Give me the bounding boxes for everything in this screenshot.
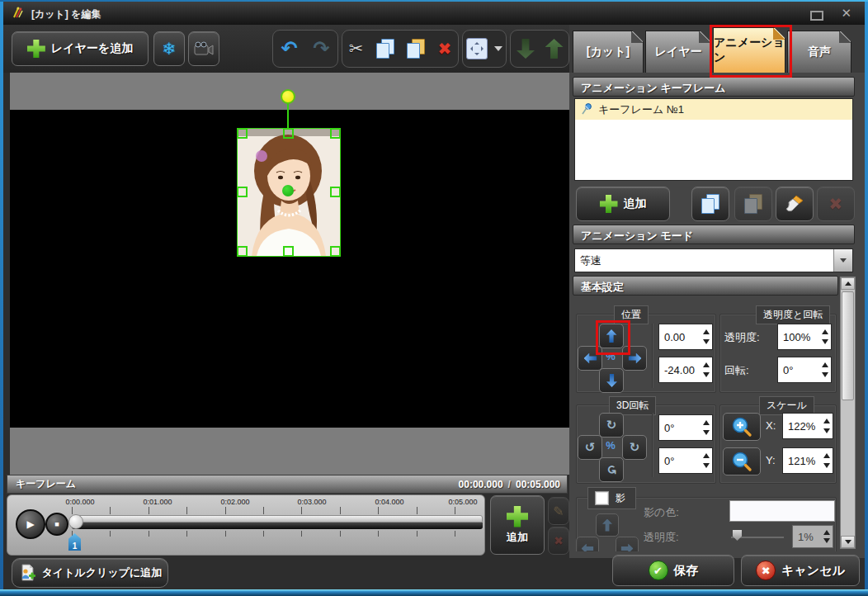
keyframe-add-button[interactable]: 追加 [576,187,670,221]
move-down-icon[interactable] [517,39,535,59]
cancel-button[interactable]: ✖ キャンセル [741,555,860,586]
fit-screen-icon[interactable] [466,38,488,59]
scroll-up-button[interactable] [841,277,855,290]
position-up-button[interactable] [599,324,624,348]
keyframe-marker-number: 1 [73,542,78,551]
scale-down-button[interactable] [723,447,761,475]
position-center-button[interactable]: % [603,348,618,367]
rotation-handle[interactable] [281,89,295,104]
position-x-spinner[interactable]: 0.00 [658,324,713,350]
brush-icon [785,194,804,214]
tab-audio[interactable]: 音声 [787,31,851,73]
undo-icon[interactable]: ↶ [281,37,297,60]
delete-icon[interactable]: ✖ [438,39,452,59]
handle-s[interactable] [283,246,294,257]
camera-icon [194,41,214,56]
rotate3d-top-button[interactable]: ↻ [599,413,624,438]
shadow-opacity-spinner[interactable]: 1% [792,525,833,548]
timeline-track-top[interactable] [72,515,483,523]
handle-se[interactable] [330,246,341,257]
timeline-delete-button[interactable]: ✖ [548,527,569,555]
fit-dropdown-caret[interactable] [494,46,502,51]
shadow-up-button[interactable] [596,513,619,537]
keyframe-paste-button[interactable] [734,187,772,221]
move-up-icon[interactable] [545,39,564,59]
handle-n[interactable] [283,128,294,139]
tab-cut[interactable]: [カット] [573,31,644,73]
panel-scrollbar[interactable] [840,277,856,549]
handle-e[interactable] [330,187,341,197]
time-separator: / [503,479,516,490]
close-icon[interactable]: ✕ [841,6,851,21]
tab-animation[interactable]: アニメーション [713,27,785,73]
scroll-thumb[interactable] [842,291,854,400]
rotation3d-y-spinner[interactable]: 0° [658,447,713,474]
mode-dropdown-value: 等速 [575,253,833,268]
center-anchor-dot[interactable] [282,185,294,196]
handle-sw[interactable] [237,246,248,257]
shadow-checkbox[interactable] [595,491,609,505]
plus-icon [600,195,618,213]
position-right-button[interactable] [622,346,647,371]
handle-nw[interactable] [237,128,248,139]
ruler-ticks-top [72,507,483,514]
redo-icon[interactable]: ↷ [313,37,329,60]
play-button[interactable]: ▶ [16,509,45,539]
rotate3d-bottom-button[interactable]: ↺ [599,457,624,482]
shadow-left-button[interactable] [576,537,599,551]
timeline-track-bottom[interactable] [72,523,483,529]
handle-ne[interactable] [330,128,341,139]
timeline-add-button[interactable]: 追加 [490,495,545,555]
stop-button[interactable]: ■ [45,513,68,536]
mode-dropdown[interactable]: 等速 [574,248,853,272]
ruler-ticks-bottom [72,531,483,537]
arrow-down-icon [606,374,617,387]
mode-dropdown-button[interactable] [833,249,852,272]
paste-icon[interactable] [407,39,425,59]
keyframe-copy-button[interactable] [691,187,729,221]
freeze-frame-button[interactable]: ❄ [153,31,185,66]
window-border-top [0,0,868,2]
position-y-spinner[interactable]: -24.00 [658,357,713,383]
add-title-clip-button[interactable]: タイトルクリップに追加 [12,558,168,588]
scroll-down-button[interactable] [841,536,855,548]
add-layer-button[interactable]: レイヤーを追加 [12,31,149,66]
opacity-label: 透明度: [724,330,760,345]
rotate3d-center-button[interactable]: % [603,438,618,456]
timeline-slider-handle[interactable] [68,514,83,529]
title-clip-icon [18,564,36,582]
maximize-icon[interactable] [810,11,823,21]
rotate3d-right-button[interactable]: ↻ [622,435,647,460]
opacity-rotation-group-label: 透明度と回転 [756,305,830,324]
rotation-spinner[interactable]: 0° [777,357,832,383]
tick-label: 0:04.000 [375,498,403,506]
position-left-button[interactable] [578,346,602,371]
arrow-left-icon [583,353,597,364]
copy-icon[interactable] [376,39,394,59]
tab-layer[interactable]: レイヤー [645,31,711,73]
cut-icon[interactable]: ✂ [349,39,364,59]
camera-button[interactable] [188,31,219,66]
scale-up-button[interactable] [723,413,761,441]
order-group [510,30,569,68]
scale-x-spinner[interactable]: 122% [782,413,833,439]
rotation3d-x-spinner[interactable]: 0° [658,414,713,441]
scale-y-spinner[interactable]: 121% [782,447,833,474]
shadow-right-button[interactable] [616,537,639,551]
opacity-spinner[interactable]: 100% [777,324,832,350]
position-down-button[interactable] [599,368,624,393]
keyframe-clear-button[interactable] [776,187,814,221]
animation-panel: アニメーション キーフレーム キーフレーム №1 追加 [569,73,865,558]
shadow-color-label: 影の色: [644,505,679,520]
save-label: 保存 [674,563,699,579]
keyframe-delete-button[interactable]: ✖ [817,187,855,221]
keyframe-list[interactable]: キーフレーム №1 [574,98,853,181]
add-title-clip-label: タイトルクリップに追加 [42,565,163,580]
handle-w[interactable] [237,187,248,197]
keyframe-row[interactable]: キーフレーム №1 [575,99,852,120]
rotate3d-left-button[interactable]: ↺ [578,435,602,460]
shadow-color-swatch[interactable] [729,500,835,522]
timeline-edit-button[interactable]: ✎ [548,497,569,525]
save-button[interactable]: ✔ 保存 [612,555,734,586]
delete-icon: ✖ [554,534,564,547]
